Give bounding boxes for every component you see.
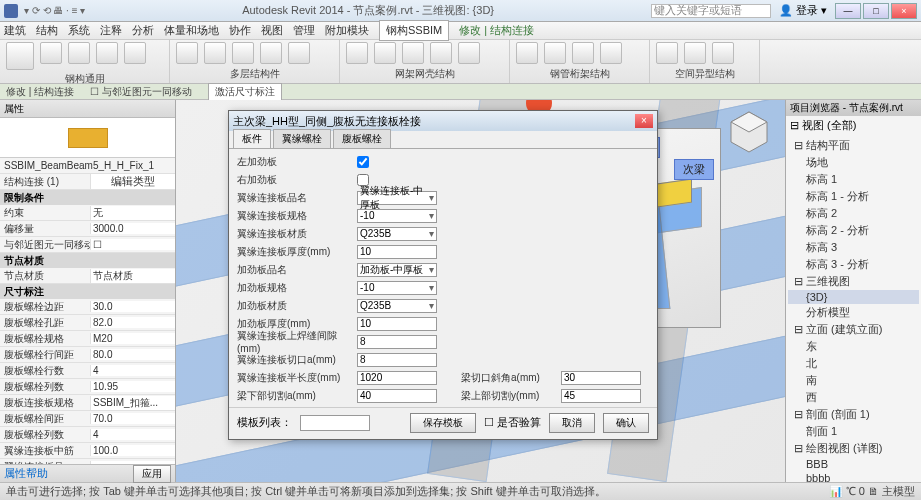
dlg-input[interactable]: 40 bbox=[357, 407, 437, 408]
dlg-check[interactable] bbox=[357, 156, 369, 168]
tree-item[interactable]: 北 bbox=[788, 355, 919, 372]
prop-row[interactable]: 腹板螺栓列数4 bbox=[0, 427, 175, 443]
tree-item[interactable]: 剖面 1 bbox=[788, 423, 919, 440]
tree-item[interactable]: ⊟ 绘图视图 (详图) bbox=[788, 440, 919, 457]
tool-icon[interactable] bbox=[516, 42, 538, 64]
tool-icon[interactable] bbox=[260, 42, 282, 64]
tab-ssbim[interactable]: 钢构SSBIM bbox=[379, 20, 449, 41]
tree-item[interactable]: ⊟ 三维视图 bbox=[788, 273, 919, 290]
quick-access[interactable]: ▾ ⟳ ⟲ 🖶 · ≡ ▾ bbox=[24, 5, 85, 16]
tab-massing[interactable]: 体量和场地 bbox=[164, 23, 219, 38]
prop-row[interactable]: 约束无 bbox=[0, 205, 175, 221]
family-filter[interactable]: 结构连接 (1) bbox=[0, 175, 90, 189]
verify-check[interactable]: ☐ 是否验算 bbox=[484, 415, 541, 430]
props-help[interactable]: 属性帮助 bbox=[4, 466, 48, 481]
dlg-input[interactable]: 40 bbox=[357, 389, 437, 403]
tree-item[interactable]: 场地 bbox=[788, 154, 919, 171]
tool-icon[interactable] bbox=[6, 42, 34, 70]
tree-item[interactable]: ⊟ 剖面 (剖面 1) bbox=[788, 406, 919, 423]
apply-button[interactable]: 应用 bbox=[133, 465, 171, 483]
section-material[interactable]: 节点材质 bbox=[0, 253, 175, 268]
type-selector[interactable]: SSBIM_BeamBeam5_H_H_Fix_1 bbox=[0, 158, 175, 174]
prop-row[interactable]: 翼缘连接板中筋100.0 bbox=[0, 443, 175, 459]
tool-icon[interactable] bbox=[458, 42, 480, 64]
tool-icon[interactable] bbox=[572, 42, 594, 64]
cancel-button[interactable]: 取消 bbox=[549, 413, 595, 433]
tool-icon[interactable] bbox=[374, 42, 396, 64]
prop-row[interactable]: 腹板螺栓行间距80.0 bbox=[0, 347, 175, 363]
tree-item[interactable]: 标高 2 bbox=[788, 205, 919, 222]
dlg-input[interactable]: 45 bbox=[561, 389, 641, 403]
tree-item[interactable]: 标高 3 - 分析 bbox=[788, 256, 919, 273]
tool-icon[interactable] bbox=[544, 42, 566, 64]
tab-annotate[interactable]: 注释 bbox=[100, 23, 122, 38]
section-constraint[interactable]: 限制条件 bbox=[0, 190, 175, 205]
tree-item[interactable]: 标高 2 - 分析 bbox=[788, 222, 919, 239]
dlg-input[interactable]: -10 bbox=[357, 209, 437, 223]
prop-row[interactable]: 腹板螺栓边距30.0 bbox=[0, 299, 175, 315]
tool-icon[interactable] bbox=[124, 42, 146, 64]
dlg-input[interactable]: 加劲板-中厚板 bbox=[357, 263, 437, 277]
dlg-input[interactable]: 翼缘连接板-中厚板 bbox=[357, 191, 437, 205]
dlg-input[interactable]: 8 bbox=[357, 353, 437, 367]
tab-analyze[interactable]: 分析 bbox=[132, 23, 154, 38]
tool-icon[interactable] bbox=[712, 42, 734, 64]
dlg-input[interactable]: 1020 bbox=[357, 371, 437, 385]
tree-item[interactable]: {3D} bbox=[788, 290, 919, 304]
tool-icon[interactable] bbox=[346, 42, 368, 64]
prop-row[interactable]: 腹板螺栓行数4 bbox=[0, 363, 175, 379]
user-menu[interactable]: 👤 登录 ▾ bbox=[779, 3, 827, 18]
dialog-titlebar[interactable]: 主次梁_HH型_同侧_腹板无连接板栓接 × bbox=[229, 111, 657, 131]
prop-row[interactable]: 腹板螺栓间距70.0 bbox=[0, 411, 175, 427]
tree-item[interactable]: 标高 1 bbox=[788, 171, 919, 188]
tool-icon[interactable] bbox=[684, 42, 706, 64]
prop-row[interactable]: 偏移量3000.0 bbox=[0, 221, 175, 237]
dlg-input[interactable]: 10 bbox=[357, 245, 437, 259]
tab-arch[interactable]: 建筑 bbox=[4, 23, 26, 38]
dlg-input[interactable]: 8 bbox=[357, 335, 437, 349]
context-dim[interactable]: 激活尺寸标注 bbox=[208, 83, 282, 100]
dlg-input[interactable]: Q235B bbox=[357, 227, 437, 241]
tree-item[interactable]: bbbb bbox=[788, 471, 919, 482]
save-template-button[interactable]: 保存模板 bbox=[410, 413, 476, 433]
tool-icon[interactable] bbox=[204, 42, 226, 64]
tree-item[interactable]: 标高 1 - 分析 bbox=[788, 188, 919, 205]
tree-item[interactable]: 东 bbox=[788, 338, 919, 355]
tree-item[interactable]: BBB bbox=[788, 457, 919, 471]
tool-icon[interactable] bbox=[68, 42, 90, 64]
dlg-input[interactable]: 45 bbox=[561, 407, 641, 408]
tree-item[interactable]: ⊟ 结构平面 bbox=[788, 137, 919, 154]
tab-struct[interactable]: 结构 bbox=[36, 23, 58, 38]
tab-view[interactable]: 视图 bbox=[261, 23, 283, 38]
tab-modify[interactable]: 修改 | 结构连接 bbox=[459, 23, 534, 38]
type-preview[interactable] bbox=[0, 118, 175, 158]
tree-item[interactable]: 分析模型 bbox=[788, 304, 919, 321]
prop-row[interactable]: 腹板螺栓规格M20 bbox=[0, 331, 175, 347]
status-model[interactable]: 📊 ℃ 0 🗎 主模型 bbox=[829, 484, 915, 499]
tab-flange-bolt[interactable]: 翼缘螺栓 bbox=[273, 129, 331, 148]
tab-web-bolt[interactable]: 腹板螺栓 bbox=[333, 129, 391, 148]
tool-icon[interactable] bbox=[430, 42, 452, 64]
tool-icon[interactable] bbox=[402, 42, 424, 64]
prop-row[interactable]: 腹板连接板规格SSBIM_扣箍... bbox=[0, 395, 175, 411]
minimize-button[interactable]: — bbox=[835, 3, 861, 19]
dlg-input[interactable]: -10 bbox=[357, 281, 437, 295]
edit-type-button[interactable]: 编辑类型 bbox=[111, 175, 155, 187]
prop-row[interactable]: 腹板螺栓孔距82.0 bbox=[0, 315, 175, 331]
dlg-input[interactable]: 10 bbox=[357, 317, 437, 331]
ok-button[interactable]: 确认 bbox=[603, 413, 649, 433]
tab-system[interactable]: 系统 bbox=[68, 23, 90, 38]
dialog-close-button[interactable]: × bbox=[635, 114, 653, 128]
tab-manage[interactable]: 管理 bbox=[293, 23, 315, 38]
browser-root[interactable]: ⊟ 视图 (全部) bbox=[790, 119, 856, 131]
tool-icon[interactable] bbox=[656, 42, 678, 64]
template-combo[interactable] bbox=[300, 415, 370, 431]
tree-item[interactable]: ⊟ 立面 (建筑立面) bbox=[788, 321, 919, 338]
dlg-input[interactable]: 30 bbox=[561, 371, 641, 385]
tab-addins[interactable]: 附加模块 bbox=[325, 23, 369, 38]
tool-icon[interactable] bbox=[176, 42, 198, 64]
tree-item[interactable]: 西 bbox=[788, 389, 919, 406]
help-search[interactable]: 键入关键字或短语 bbox=[651, 4, 771, 18]
tool-icon[interactable] bbox=[600, 42, 622, 64]
tree-item[interactable]: 标高 3 bbox=[788, 239, 919, 256]
